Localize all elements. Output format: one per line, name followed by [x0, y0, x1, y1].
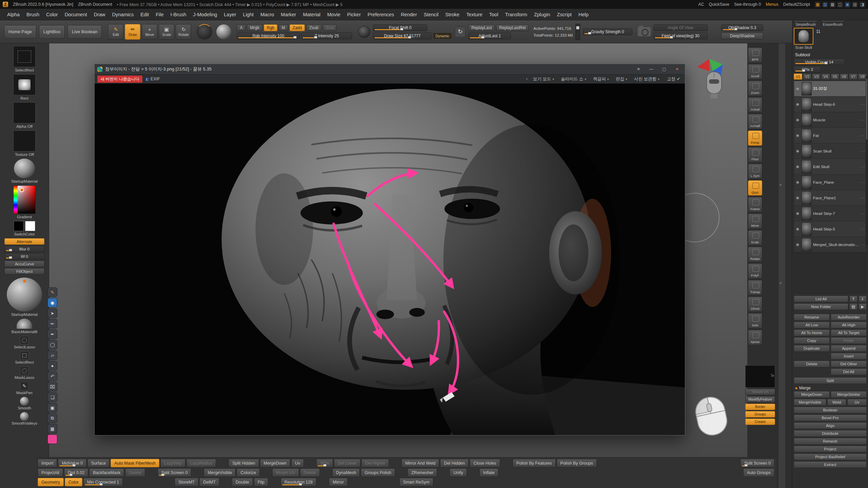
- right-shelf-button[interactable]: Persp: [748, 130, 762, 146]
- new-folder-button[interactable]: New Folder: [794, 303, 848, 310]
- viewer-menu-item[interactable]: 편집 ▾: [614, 76, 629, 82]
- document-canvas[interactable]: 첨부이미지 - 전달 > 5 이미지-3.png [21/52] - 꿀뷰 5.…: [49, 43, 747, 457]
- right-shelf-button[interactable]: Frame: [748, 197, 762, 212]
- dock-button[interactable]: Geometry: [38, 478, 64, 486]
- obj-shadow-slider[interactable]: ObjShadow 0.3: [721, 24, 763, 31]
- menu-item[interactable]: Transform: [502, 11, 530, 19]
- subtool-controls[interactable]: ···: [860, 242, 865, 247]
- paste-button[interactable]: Paste: [831, 337, 867, 344]
- right-shelf-button[interactable]: Qxyz: [748, 180, 762, 196]
- default-zscript-button[interactable]: DefaultZScript: [783, 2, 810, 7]
- eraser-icon[interactable]: ▱: [47, 350, 57, 360]
- current-brush-thumbnail[interactable]: [13, 46, 36, 67]
- grid-icon[interactable]: ▩: [830, 2, 835, 7]
- version-tab[interactable]: V5: [831, 74, 839, 80]
- adjust-last-slider[interactable]: AdjustLast 1: [468, 33, 511, 39]
- close-button[interactable]: ✕: [672, 65, 682, 73]
- menu-item[interactable]: Layer: [221, 11, 239, 19]
- quick-pick-item[interactable]: Smooth: [18, 397, 31, 411]
- subtool-controls[interactable]: ···: [860, 102, 865, 107]
- stroke-thumbnail[interactable]: [13, 74, 36, 95]
- spix-slider[interactable]: SPix 3: [794, 66, 821, 73]
- dock-button[interactable]: Flip: [254, 478, 268, 486]
- eye-icon[interactable]: ◉: [795, 242, 800, 247]
- subtool-row[interactable]: ◉ Merged_Skull-decimation2_5 ···: [794, 237, 866, 252]
- dock-button[interactable]: Unify: [450, 468, 467, 477]
- paint-mode-button[interactable]: Zcut: [323, 24, 337, 31]
- menu-item[interactable]: Draw: [91, 11, 108, 19]
- texture-thumbnail[interactable]: [13, 130, 36, 151]
- paint-mode-button[interactable]: A: [237, 24, 245, 31]
- gravity-strength-slider[interactable]: Gravity Strength 0: [583, 28, 632, 35]
- paint-mode-button[interactable]: Zadd: [290, 24, 305, 31]
- dock-button[interactable]: Close Holes: [470, 459, 500, 467]
- mode-button[interactable]: ✎ Edit: [108, 24, 123, 40]
- dock-button[interactable]: Auto Groups: [743, 468, 774, 477]
- eye-icon[interactable]: ◉: [795, 164, 800, 169]
- dock-button[interactable]: LazyRadius: [186, 459, 216, 467]
- dot-icon[interactable]: ●: [47, 361, 57, 370]
- menu-item[interactable]: File: [153, 11, 166, 19]
- dock-button[interactable]: LazyStep: [160, 459, 185, 467]
- menu-item[interactable]: Tool: [486, 11, 501, 19]
- right-shelf-button[interactable]: Floor: [748, 147, 762, 162]
- dock-button[interactable]: Inflate: [479, 468, 498, 477]
- brush-preview-icon[interactable]: [197, 24, 212, 40]
- dynamic-toggle[interactable]: Dynamic: [433, 33, 452, 39]
- menu-item[interactable]: Light: [240, 11, 257, 19]
- pen-icon[interactable]: ✏: [47, 319, 57, 328]
- dock-button[interactable]: Colorize: [237, 468, 260, 477]
- menu-item[interactable]: Marker: [278, 11, 299, 19]
- weld-button[interactable]: Weld: [827, 399, 846, 406]
- eye-icon[interactable]: ◉: [795, 102, 800, 106]
- subtool-up-button[interactable]: ⇑: [849, 296, 857, 302]
- right-shelf-button[interactable]: Rotate: [748, 247, 762, 262]
- dock-button[interactable]: MergeDown: [260, 459, 290, 467]
- subtool-controls[interactable]: ···: [860, 196, 865, 200]
- menu-item[interactable]: I-Brush: [167, 11, 190, 19]
- version-tab[interactable]: V6: [840, 74, 848, 80]
- rename-button[interactable]: Rename: [794, 314, 830, 321]
- border-button[interactable]: Border: [745, 404, 775, 410]
- fillobject-button[interactable]: FillObject: [4, 268, 44, 274]
- insert-button[interactable]: Insert: [831, 353, 867, 360]
- panel-divider[interactable]: « «: [778, 43, 786, 488]
- replay-last-rel-button[interactable]: ReplayLastRel: [496, 24, 529, 31]
- eye-icon[interactable]: ◉: [795, 211, 800, 216]
- mask-by-feature-button[interactable]: MaskByFeature: [745, 396, 775, 403]
- blur-slider[interactable]: Blur 0: [4, 246, 44, 252]
- viewer-settings-icon[interactable]: ✳: [633, 65, 644, 73]
- dock-button[interactable]: Delete: [125, 468, 145, 477]
- menu-item[interactable]: Brush: [23, 11, 42, 19]
- merge-similar-button[interactable]: MergeSimilar: [831, 391, 867, 398]
- alternate-button[interactable]: Alternate: [4, 238, 44, 245]
- dock-button[interactable]: Auto Mask FiberMesh: [111, 459, 159, 467]
- monitor-icon[interactable]: ▣: [845, 2, 850, 7]
- right-shelf-button[interactable]: Actual: [748, 97, 762, 113]
- menu-item[interactable]: Render: [398, 11, 420, 19]
- crease-button[interactable]: Crease: [745, 419, 775, 425]
- mode-button[interactable]: + Move: [142, 24, 157, 40]
- subtool-row[interactable]: ◉ Head Step-7 ···: [794, 206, 866, 221]
- delete-button[interactable]: Delete: [794, 361, 830, 367]
- draw-size-slider[interactable]: Draw Size 67.81777: [373, 33, 431, 39]
- merge-visible-button[interactable]: MergeVisible: [794, 399, 826, 406]
- tool-section-bar[interactable]: Extract: [794, 461, 867, 468]
- all-to-target-button[interactable]: All To Target: [831, 329, 867, 336]
- subtool-controls[interactable]: ···: [860, 164, 865, 169]
- version-tab[interactable]: V7: [849, 74, 857, 80]
- subtool-header[interactable]: Subtool: [794, 52, 867, 58]
- mode-button[interactable]: ✏ Draw: [125, 24, 140, 40]
- current-brush-item[interactable]: Scan Skull: [794, 28, 813, 49]
- del-other-button[interactable]: Del Other: [831, 361, 867, 367]
- tool-section-bar[interactable]: Project: [794, 446, 867, 452]
- subtool-controls[interactable]: ···: [860, 211, 865, 216]
- dock-button[interactable]: ZRemesher: [408, 468, 437, 477]
- groups-button[interactable]: Groups: [745, 411, 775, 418]
- undo-icon[interactable]: ↶: [47, 371, 57, 381]
- pink-swatch[interactable]: [47, 434, 57, 444]
- pin-toggle[interactable]: 고정 ✔: [665, 76, 682, 82]
- dock-button[interactable]: DelMT: [199, 478, 219, 486]
- menu-item[interactable]: Dynamics: [109, 11, 137, 19]
- accucurve-button[interactable]: AccuCurve: [4, 261, 44, 267]
